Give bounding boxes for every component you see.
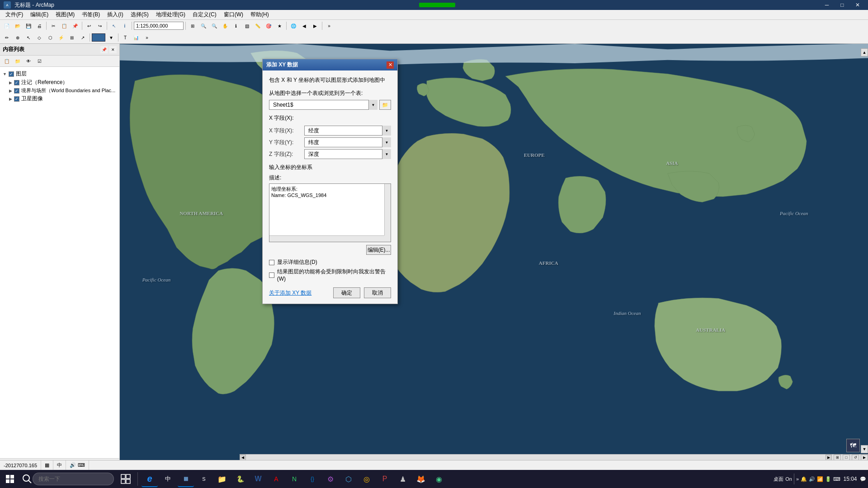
save-button[interactable]: 💾: [24, 21, 33, 30]
taskbar-python[interactable]: 🐍: [232, 471, 248, 487]
close-button[interactable]: ✕: [851, 1, 864, 9]
cut-button[interactable]: ✂: [48, 21, 58, 30]
goto-btn[interactable]: 🎯: [264, 21, 274, 30]
menu-window[interactable]: 窗口(W): [220, 10, 247, 19]
reshape-btn[interactable]: ⬡: [45, 33, 55, 42]
scroll-right[interactable]: ▶: [826, 455, 832, 461]
label-btn[interactable]: T: [120, 33, 130, 42]
layer-3-checkbox[interactable]: ✓: [14, 96, 19, 102]
edit-select[interactable]: ↖: [24, 33, 33, 42]
status-icon2[interactable]: ⌨: [78, 462, 85, 468]
layer-1-checkbox[interactable]: ✓: [14, 80, 19, 85]
taskbar-on-label[interactable]: On: [785, 476, 792, 482]
prev-extent[interactable]: ◀: [299, 21, 309, 30]
snap-btn[interactable]: ⊕: [13, 33, 23, 42]
list-by-source[interactable]: 📁: [13, 56, 23, 66]
identify-button[interactable]: ℹ: [231, 21, 241, 30]
layer-2-checkbox[interactable]: ✓: [14, 88, 19, 94]
color-dropdown[interactable]: ▼: [106, 33, 116, 42]
measure-btn[interactable]: 📏: [253, 21, 263, 30]
menu-insert[interactable]: 插入(I): [104, 10, 127, 19]
menu-edit[interactable]: 编辑(E): [27, 10, 52, 19]
maximize-button[interactable]: □: [835, 1, 849, 9]
open-button[interactable]: 📂: [13, 21, 23, 30]
status-icon1[interactable]: 🔊: [70, 462, 76, 468]
taskbar-explorer[interactable]: 📁: [214, 471, 230, 487]
zoom-in[interactable]: 🔍: [198, 21, 208, 30]
y-field-select[interactable]: 纬度: [304, 137, 391, 147]
list-by-vis[interactable]: 👁: [24, 56, 33, 66]
map-ctrl-4[interactable]: ▶: [861, 455, 868, 461]
scroll-up-button[interactable]: ▲: [861, 48, 868, 56]
taskbar-app7[interactable]: ◉: [431, 471, 447, 487]
status-zh[interactable]: 中: [53, 460, 66, 470]
taskbar-arcmap[interactable]: ▦: [178, 471, 194, 487]
pan-button[interactable]: ✋: [220, 21, 230, 30]
taskbar-search-input[interactable]: [33, 473, 114, 485]
tool-btn8[interactable]: ↗: [78, 33, 88, 42]
taskbar-network[interactable]: 📶: [817, 476, 823, 482]
menu-select[interactable]: 选择(S): [127, 10, 152, 19]
copy-button[interactable]: 📋: [59, 21, 69, 30]
dialog-close-button[interactable]: ✕: [387, 61, 394, 69]
sidebar-pin[interactable]: 📌: [100, 46, 108, 53]
color-box[interactable]: [92, 33, 105, 42]
map-ctrl-1[interactable]: ⊞: [834, 455, 841, 461]
bookmark-btn[interactable]: ★: [274, 21, 284, 30]
warning-checkbox[interactable]: [269, 272, 274, 278]
add-xy-dialog[interactable]: 添加 XY 数据 ✕ 包含 X 和 Y 坐标的表可以图层形式添加到地图中 从地图…: [262, 59, 398, 304]
minimize-button[interactable]: ─: [820, 1, 834, 9]
desc-scrollbar-v[interactable]: [384, 184, 391, 235]
world-view[interactable]: 🌐: [288, 21, 298, 30]
editor-btn[interactable]: ✏: [2, 33, 12, 42]
taskbar-steam[interactable]: S: [196, 471, 212, 487]
menu-customize[interactable]: 自定义(C): [189, 10, 220, 19]
browse-button[interactable]: 📁: [379, 100, 391, 110]
menu-help[interactable]: 帮助(H): [247, 10, 273, 19]
map-ctrl-3[interactable]: ↺: [852, 455, 859, 461]
tool-btn7[interactable]: ⊞: [67, 33, 77, 42]
scale-input[interactable]: [134, 22, 184, 30]
taskbar-app2[interactable]: N: [286, 471, 302, 487]
map-scroll-x[interactable]: ◀ ▶ ⊞ □ ↺ ▶: [240, 454, 868, 460]
more-btn[interactable]: »: [324, 21, 334, 30]
attr-btn[interactable]: 📊: [131, 33, 141, 42]
taskbar-action-center[interactable]: 💬: [860, 476, 866, 482]
zoom-full[interactable]: ⊞: [188, 21, 198, 30]
layer-group-checkbox[interactable]: ✓: [9, 71, 14, 77]
scroll-down-button[interactable]: ▼: [861, 445, 868, 453]
desc-scrollbar-h[interactable]: [269, 235, 384, 242]
redo-button[interactable]: ↪: [95, 21, 105, 30]
taskbar-steam2[interactable]: ♟: [395, 471, 411, 487]
vertex-btn[interactable]: ◇: [34, 33, 44, 42]
menu-geoprocessing[interactable]: 地理处理(G): [152, 10, 189, 19]
taskbar-app3[interactable]: ⚙: [322, 471, 339, 487]
taskbar-word[interactable]: W: [250, 471, 266, 487]
new-button[interactable]: 📄: [2, 21, 12, 30]
show-details-checkbox[interactable]: [269, 260, 274, 265]
ok-button[interactable]: 确定: [333, 287, 360, 298]
map-icon[interactable]: 🗺: [846, 439, 860, 452]
task-view-button[interactable]: [118, 471, 134, 487]
menu-view[interactable]: 视图(M): [52, 10, 78, 19]
menu-file[interactable]: 文件(F): [2, 10, 27, 19]
taskbar-notify[interactable]: 🔔: [801, 476, 807, 482]
menu-bookmark[interactable]: 书签(B): [78, 10, 104, 19]
undo-button[interactable]: ↩: [84, 21, 94, 30]
x-field-select[interactable]: 经度: [304, 126, 391, 136]
taskbar-acrobat[interactable]: A: [268, 471, 284, 487]
taskbar-more[interactable]: »: [796, 476, 799, 482]
taskbar-keyboard[interactable]: ⌨: [833, 476, 840, 482]
taskbar-chrome[interactable]: ◎: [359, 471, 375, 487]
map-area[interactable]: Arctic Ocean NORTH AMERICA Pacific Ocean…: [120, 44, 868, 460]
list-by-draw[interactable]: 📋: [2, 56, 12, 66]
zoom-out[interactable]: 🔍: [209, 21, 219, 30]
taskbar-ie[interactable]: e: [142, 471, 158, 487]
cancel-button[interactable]: 取消: [364, 287, 391, 298]
taskbar-app5[interactable]: P: [377, 471, 393, 487]
taskbar-vscode[interactable]: {}: [304, 471, 321, 487]
more-edit[interactable]: »: [142, 33, 152, 42]
info-button[interactable]: i: [120, 21, 130, 30]
taskbar-zhcn[interactable]: 中: [160, 471, 176, 487]
search-taskbar-icon[interactable]: [20, 471, 116, 487]
